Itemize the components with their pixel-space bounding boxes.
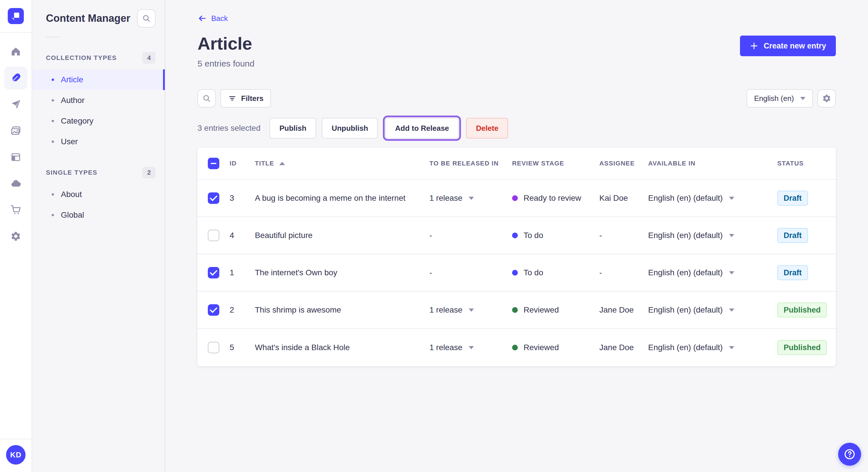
subnav-item-global[interactable]: Global [32, 205, 165, 225]
available-caret-icon [729, 234, 734, 237]
subnav-item-author[interactable]: Author [32, 90, 165, 111]
strapi-logo-icon[interactable] [8, 8, 24, 24]
row-title[interactable]: A bug is becoming a meme on the internet [250, 194, 425, 203]
subnav-item-category[interactable]: Category [32, 111, 165, 131]
row-title[interactable]: This shrimp is awesome [250, 305, 425, 314]
row-release: 1 release [429, 305, 462, 314]
add-to-release-button[interactable]: Add to Release [385, 118, 459, 138]
row-release: 1 release [429, 194, 462, 203]
row-checkbox[interactable] [208, 304, 219, 316]
subnav-sections: COLLECTION TYPES 4 Article Author Catego… [32, 37, 165, 225]
subnav-item-article[interactable]: Article [32, 69, 165, 90]
sort-asc-icon [279, 162, 285, 165]
locale-value: English (en) [754, 94, 794, 103]
row-title[interactable]: What's inside a Black Hole [250, 343, 425, 352]
available-caret-icon [729, 197, 734, 200]
row-stage-cell: To do [507, 231, 595, 240]
unpublish-button[interactable]: Unpublish [322, 118, 378, 138]
filter-icon [228, 94, 237, 103]
row-release-cell[interactable]: 1 release [425, 194, 507, 203]
column-header-release[interactable]: TO BE RELEASED IN [425, 160, 507, 167]
question-mark-icon [843, 448, 856, 461]
column-header-id[interactable]: ID [225, 160, 250, 167]
media-library-icon[interactable] [4, 119, 27, 142]
section-items: Article Author Category User [32, 69, 165, 152]
stage-dot-icon [512, 270, 518, 276]
available-caret-icon [729, 271, 734, 274]
row-checkbox[interactable] [208, 267, 219, 278]
row-checkbox[interactable] [208, 342, 219, 353]
row-available-cell[interactable]: English (en) (default) [644, 305, 773, 314]
publish-button[interactable]: Publish [270, 118, 316, 138]
row-release-cell[interactable]: - [425, 268, 507, 277]
table-search-button[interactable] [197, 89, 216, 107]
row-title[interactable]: The internet's Own boy [250, 268, 425, 277]
row-assignee: Jane Doe [595, 305, 644, 314]
nav-divider [0, 439, 32, 439]
row-available-cell[interactable]: English (en) (default) [644, 231, 773, 240]
home-icon[interactable] [4, 40, 27, 63]
stage-dot-icon [512, 195, 518, 201]
row-available-cell[interactable]: English (en) (default) [644, 268, 773, 277]
create-entry-button[interactable]: Create new entry [740, 36, 836, 56]
section-count: 4 [147, 54, 151, 62]
layout-panel-icon[interactable] [4, 146, 27, 169]
subnav-item-about[interactable]: About [32, 184, 165, 205]
user-avatar[interactable]: KD [6, 445, 26, 465]
status-badge: Draft [777, 191, 808, 206]
cart-icon[interactable] [4, 198, 27, 222]
row-available: English (en) (default) [648, 194, 723, 203]
cloud-icon[interactable] [4, 172, 27, 195]
column-header-assignee[interactable]: ASSIGNEE [595, 160, 644, 167]
row-available: English (en) (default) [648, 343, 723, 352]
section-count-badge: 2 [143, 167, 156, 178]
delete-button[interactable]: Delete [466, 118, 508, 138]
row-release: 1 release [429, 343, 462, 352]
table-header-row: ID TITLE TO BE RELEASED IN REVIEW STAGE … [197, 148, 836, 180]
row-title[interactable]: Beautiful picture [250, 231, 425, 240]
subnav-search-button[interactable] [137, 9, 156, 28]
help-button[interactable] [838, 443, 861, 466]
bullet-icon [52, 120, 54, 122]
row-stage: To do [524, 231, 544, 240]
column-header-status[interactable]: STATUS [773, 160, 836, 167]
table-row: 4 Beautiful picture - To do - English (e… [197, 217, 836, 255]
bullet-icon [52, 99, 54, 102]
row-stage-cell: To do [507, 268, 595, 277]
row-checkbox[interactable] [208, 193, 219, 204]
chevron-down-icon [800, 97, 805, 100]
row-stage: Reviewed [524, 305, 559, 314]
column-header-stage[interactable]: REVIEW STAGE [507, 160, 595, 167]
available-caret-icon [729, 308, 734, 312]
row-release-cell[interactable]: 1 release [425, 305, 507, 314]
gear-icon[interactable] [4, 225, 27, 248]
title-block: Article 5 entries found [197, 33, 254, 69]
bullet-icon [52, 78, 54, 81]
entries-count: 5 entries found [197, 59, 254, 69]
feather-icon[interactable] [4, 67, 27, 90]
paper-plane-icon[interactable] [4, 93, 27, 116]
release-caret-icon [469, 346, 474, 349]
filters-button[interactable]: Filters [220, 89, 271, 107]
row-id: 1 [225, 268, 250, 277]
back-label: Back [211, 14, 228, 23]
row-checkbox[interactable] [208, 230, 219, 241]
select-all-checkbox[interactable] [208, 158, 219, 169]
column-header-title[interactable]: TITLE [250, 160, 425, 167]
subnav-item-label: Author [61, 96, 85, 105]
row-release-cell[interactable]: 1 release [425, 343, 507, 352]
column-header-available[interactable]: AVAILABLE IN [644, 160, 773, 167]
search-icon [203, 94, 211, 103]
row-available-cell[interactable]: English (en) (default) [644, 343, 773, 352]
locale-select[interactable]: English (en) [747, 89, 813, 107]
row-available: English (en) (default) [648, 231, 723, 240]
view-settings-button[interactable] [817, 89, 836, 107]
section-count-badge: 4 [143, 52, 156, 64]
main-nav: KD [0, 0, 32, 472]
row-id: 4 [225, 231, 250, 240]
row-release-cell[interactable]: - [425, 231, 507, 240]
back-link[interactable]: Back [197, 14, 228, 23]
subnav-item-user[interactable]: User [32, 131, 165, 152]
row-available-cell[interactable]: English (en) (default) [644, 194, 773, 203]
row-assignee: Kai Doe [595, 194, 644, 203]
